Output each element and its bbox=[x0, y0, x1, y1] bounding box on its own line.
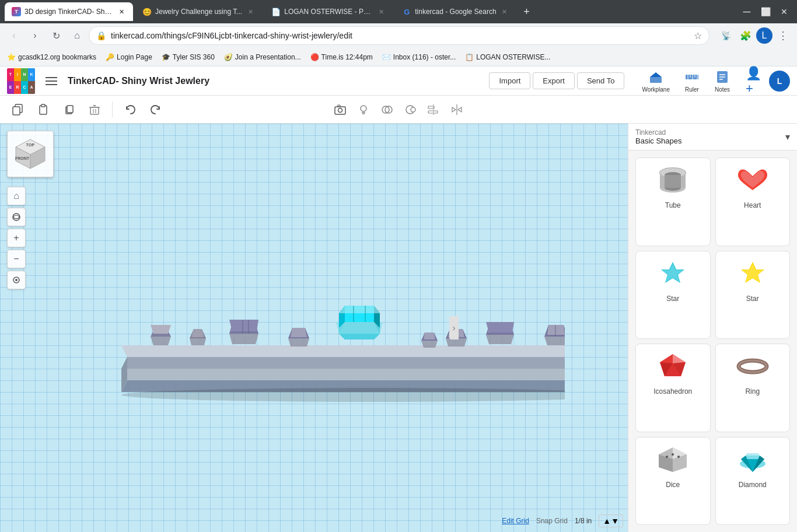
tab-close-4[interactable]: ✕ bbox=[500, 7, 509, 16]
bookmark-gcasdk[interactable]: ⭐ gcasdk12.org bookmarks bbox=[7, 53, 96, 61]
action-buttons-group: Import Export Send To bbox=[489, 72, 624, 89]
workplane-button[interactable]: Workplane bbox=[636, 66, 676, 95]
zoom-in-button[interactable]: + bbox=[7, 229, 26, 247]
heart-label: Heart bbox=[744, 201, 761, 209]
edit-grid-button[interactable]: Edit Grid bbox=[502, 517, 529, 525]
bookmark-login[interactable]: 🔑 Login Page bbox=[106, 53, 152, 61]
menu-icon-button[interactable] bbox=[42, 72, 61, 90]
profile-button[interactable]: L bbox=[756, 27, 772, 44]
bookmark-star-icon[interactable]: ☆ bbox=[694, 30, 702, 41]
svg-marker-66 bbox=[229, 320, 258, 331]
forward-button[interactable]: › bbox=[26, 26, 44, 45]
ring-label: Ring bbox=[745, 387, 760, 396]
view-cube[interactable]: TOP FRONT bbox=[7, 131, 54, 177]
send-to-button[interactable]: Send To bbox=[577, 72, 624, 89]
canvas-area[interactable]: TOP FRONT ⌂ + bbox=[0, 124, 628, 532]
toolbar-separator-1 bbox=[112, 102, 113, 118]
ruler-button[interactable]: Ruler bbox=[678, 66, 706, 95]
add-person-button[interactable]: 👤+ bbox=[746, 71, 767, 92]
redo-button[interactable] bbox=[145, 99, 166, 120]
tab-close-1[interactable]: ✕ bbox=[117, 7, 126, 16]
heart-icon bbox=[732, 163, 773, 198]
shape-heart[interactable]: Heart bbox=[715, 158, 791, 246]
duplicate-button[interactable] bbox=[58, 99, 79, 120]
shape-diamond[interactable]: Diamond bbox=[715, 437, 791, 526]
address-bar[interactable]: 🔒 tinkercad.com/things/cF9IN6Ljcbt-tinke… bbox=[89, 26, 709, 45]
bookmark-logan[interactable]: 📋 LOGAN OSTERWISE... bbox=[465, 53, 550, 61]
svg-marker-59 bbox=[151, 325, 171, 334]
bookmarks-bar: ⭐ gcasdk12.org bookmarks 🔑 Login Page 🎓 … bbox=[0, 48, 797, 66]
svg-rect-104 bbox=[665, 175, 681, 188]
zoom-out-button[interactable]: − bbox=[7, 250, 26, 268]
copy-button[interactable] bbox=[7, 99, 28, 120]
paste-button[interactable] bbox=[33, 99, 54, 120]
app-header: T I N K E R C A TinkerCAD- Shiny Wrist J… bbox=[0, 66, 797, 96]
close-window-button[interactable]: ✕ bbox=[776, 4, 792, 20]
snap-grid-value: 1/8 in bbox=[575, 517, 592, 525]
project-title: TinkerCAD- Shiny Wrist Jewlery bbox=[68, 76, 482, 86]
svg-marker-126 bbox=[746, 453, 760, 456]
tab-google[interactable]: G tinkercad - Google Search ✕ bbox=[395, 2, 516, 21]
fit-view-button[interactable]: ⌂ bbox=[7, 187, 26, 205]
star-teal-icon bbox=[652, 256, 693, 291]
view-cube-svg: TOP FRONT bbox=[13, 136, 48, 172]
maximize-button[interactable]: ⬜ bbox=[757, 4, 774, 20]
bookmark-tyler[interactable]: 🎓 Tyler SIS 360 bbox=[162, 53, 215, 61]
import-button[interactable]: Import bbox=[489, 72, 530, 89]
user-avatar[interactable]: L bbox=[769, 71, 790, 92]
shape-star-gold[interactable]: Star bbox=[715, 251, 791, 340]
shape-tube[interactable]: Tube bbox=[635, 158, 711, 246]
reset-view-button[interactable] bbox=[7, 271, 26, 289]
tab-jewelry[interactable]: 😊 Jewelry Challenge using T... ✕ bbox=[135, 2, 262, 21]
extensions-button[interactable]: 🧩 bbox=[736, 26, 755, 45]
dice-icon bbox=[652, 442, 693, 477]
shape-ring[interactable]: Ring bbox=[715, 344, 791, 432]
svg-marker-83 bbox=[421, 341, 438, 348]
camera-button[interactable] bbox=[330, 99, 351, 120]
subtract-button[interactable] bbox=[400, 99, 421, 120]
group-button[interactable] bbox=[376, 99, 397, 120]
notes-button[interactable]: Notes bbox=[708, 66, 736, 95]
icosahedron-icon bbox=[652, 349, 693, 384]
mirror-button[interactable] bbox=[446, 99, 467, 120]
bookmark-join[interactable]: 🥑 Join a Presentation... bbox=[224, 53, 301, 61]
light-button[interactable] bbox=[353, 99, 374, 120]
svg-marker-95 bbox=[547, 325, 565, 335]
tab-close-3[interactable]: ✕ bbox=[376, 7, 386, 16]
cast-button[interactable]: 📡 bbox=[716, 26, 735, 45]
svg-marker-4 bbox=[650, 72, 662, 77]
svg-text:FRONT: FRONT bbox=[15, 156, 30, 160]
undo-button[interactable] bbox=[120, 99, 141, 120]
basic-shapes-label: Basic Shapes bbox=[635, 136, 682, 145]
align-button[interactable] bbox=[423, 99, 444, 120]
left-panel-controls: TOP FRONT ⌂ + bbox=[7, 131, 54, 289]
tab-tinkercad[interactable]: T 3D design TinkerCAD- Shiny Wri... ✕ bbox=[5, 2, 133, 21]
logo-cell-k: K bbox=[28, 68, 35, 81]
bookmark-inbox[interactable]: ✉️ Inbox (116) - oster... bbox=[382, 53, 456, 61]
orbit-button[interactable] bbox=[7, 208, 26, 226]
reload-button[interactable]: ↻ bbox=[47, 26, 65, 45]
shape-icosahedron[interactable]: Icosahedron bbox=[635, 344, 711, 432]
tinkercad-logo[interactable]: T I N K E R C A bbox=[7, 68, 35, 94]
tab-favicon-1: T bbox=[12, 7, 21, 16]
home-button[interactable]: ⌂ bbox=[68, 26, 86, 45]
menu-button[interactable]: ⋮ bbox=[774, 26, 792, 45]
svg-rect-0 bbox=[46, 77, 57, 78]
snap-increment-button[interactable]: ▲▼ bbox=[599, 514, 623, 527]
svg-marker-86 bbox=[446, 338, 467, 346]
delete-button[interactable] bbox=[84, 99, 105, 120]
sidebar-collapse-handle[interactable]: › bbox=[449, 316, 459, 340]
back-button[interactable]: ‹ bbox=[5, 26, 23, 45]
shape-dice[interactable]: Dice bbox=[635, 437, 711, 526]
export-button[interactable]: Export bbox=[533, 72, 575, 89]
bookmark-time[interactable]: 🔴 Time.is 12:44pm bbox=[310, 53, 373, 61]
tab-close-2[interactable]: ✕ bbox=[246, 7, 255, 16]
shapes-dropdown-button[interactable]: ▾ bbox=[785, 131, 790, 142]
svg-point-49 bbox=[15, 279, 18, 281]
minimize-button[interactable]: ─ bbox=[739, 4, 755, 20]
address-text: tinkercad.com/things/cF9IN6Ljcbt-tinkerc… bbox=[111, 31, 689, 40]
new-tab-button[interactable]: + bbox=[519, 4, 535, 20]
svg-marker-56 bbox=[151, 337, 171, 345]
tab-photo-doc[interactable]: 📄 LOGAN OSTERWISE - Photo Doc... ✕ bbox=[264, 2, 393, 21]
shape-star-teal[interactable]: Star bbox=[635, 251, 711, 340]
